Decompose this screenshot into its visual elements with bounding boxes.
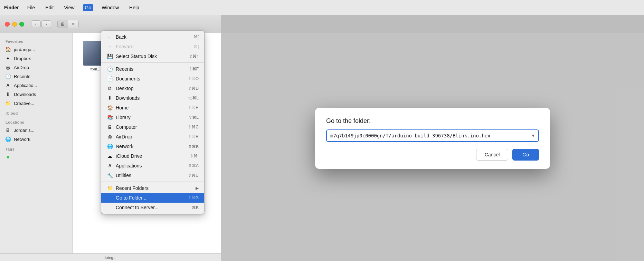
locations-header: Locations <box>0 117 72 126</box>
go-button[interactable]: Go <box>512 149 539 161</box>
menu-help[interactable]: Help <box>127 4 141 11</box>
sidebar-item-creative-label: Creative... <box>14 101 34 106</box>
startup-disk-shortcut: ⇧⌘↑ <box>189 54 199 59</box>
back-button[interactable]: ‹ <box>31 20 41 28</box>
sidebar-item-downloads[interactable]: ⬇ Downloads <box>1 90 71 99</box>
go-to-folder-shortcut: ⇧⌘G <box>188 195 199 200</box>
sidebar-item-airdrop[interactable]: ◎ AirDrop <box>1 63 71 72</box>
go-to-folder-label: Go to Folder... <box>116 195 185 201</box>
menu-computer[interactable]: 🖥 Computer ⇧⌘C <box>101 122 204 132</box>
sidebar-item-computer[interactable]: 🖥 Jordan's... <box>1 126 71 135</box>
menu-startup-disk[interactable]: 💾 Select Startup Disk ⇧⌘↑ <box>101 51 204 61</box>
close-button[interactable] <box>5 22 10 27</box>
recent-folders-icon: 📁 <box>107 185 113 191</box>
maximize-button[interactable] <box>19 22 24 27</box>
list-view-button[interactable]: ≡ <box>68 20 78 28</box>
menu-edit[interactable]: Edit <box>43 4 56 11</box>
startup-disk-icon: 💾 <box>107 53 113 59</box>
computer-menu-icon: 🖥 <box>107 124 113 130</box>
sidebar-item-applications-label: Applicatio... <box>14 83 37 88</box>
tag-green-icon: ● <box>5 154 11 160</box>
go-to-folder-dialog: Go to the folder: ▼ Cancel Go <box>315 108 550 169</box>
sidebar-item-network[interactable]: 🌐 Network <box>1 135 71 144</box>
menu-applications[interactable]: A Applications ⇧⌘A <box>101 161 204 171</box>
sidebar-item-airdrop-label: AirDrop <box>14 65 29 70</box>
downloads-icon: ⬇ <box>5 91 11 97</box>
menu-network[interactable]: 🌐 Network ⇧⌘K <box>101 142 204 151</box>
nav-buttons: ‹ › <box>31 20 51 28</box>
dialog-buttons: Cancel Go <box>326 149 539 161</box>
tags-header: Tags <box>0 144 72 153</box>
computer-label: Computer <box>116 124 185 130</box>
sidebar-item-network-label: Network <box>14 137 30 142</box>
icloud-drive-icon: ☁ <box>107 153 113 159</box>
menu-documents[interactable]: 📄 Documents ⇧⌘O <box>101 74 204 84</box>
back-menu-icon: ← <box>107 34 113 40</box>
sidebar-item-dropbox[interactable]: ✦ Dropbox <box>1 54 71 63</box>
downloads-menu-icon: ⬇ <box>107 95 113 101</box>
cancel-button[interactable]: Cancel <box>476 149 509 161</box>
icloud-header: iCloud <box>0 108 72 117</box>
library-label: Library <box>116 115 186 120</box>
sidebar-item-applications[interactable]: A Applicatio... <box>1 81 71 90</box>
menu-recents[interactable]: 🕐 Recents ⇧⌘F <box>101 64 204 74</box>
icloud-drive-shortcut: ⇧⌘I <box>190 154 199 158</box>
menu-desktop[interactable]: 🖥 Desktop ⇧⌘D <box>101 84 204 93</box>
forward-label: Forward <box>116 44 191 49</box>
menu-icloud-drive[interactable]: ☁ iCloud Drive ⇧⌘I <box>101 151 204 161</box>
sidebar-item-downloads-label: Downloads <box>14 92 36 97</box>
recent-folders-arrow: ▶ <box>196 186 199 191</box>
menu-library[interactable]: 📚 Library ⇧⌘L <box>101 113 204 122</box>
separator-1 <box>101 62 204 63</box>
right-panel: Go to the folder: ▼ Cancel Go <box>221 15 644 261</box>
menu-home[interactable]: 🏠 Home ⇧⌘H <box>101 103 204 113</box>
recents-shortcut: ⇧⌘F <box>189 67 199 71</box>
dialog-input-row: ▼ <box>326 129 539 142</box>
forward-button[interactable]: › <box>41 20 51 28</box>
icon-view-button[interactable]: ⊞ <box>58 20 68 28</box>
traffic-lights <box>5 22 24 27</box>
menu-go-to-folder[interactable]: Go to Folder... ⇧⌘G <box>101 193 204 203</box>
folder-path-input[interactable] <box>326 129 528 142</box>
applications-menu-icon: A <box>107 163 113 169</box>
minimize-button[interactable] <box>12 22 17 27</box>
menu-forward[interactable]: → Forward ⌘] <box>101 42 204 51</box>
network-shortcut: ⇧⌘K <box>188 144 199 149</box>
menu-connect-server[interactable]: Connect to Server... ⌘K <box>101 203 204 212</box>
computer-shortcut: ⇧⌘C <box>188 125 199 129</box>
menu-go[interactable]: Go <box>83 4 94 11</box>
creative-folder-icon: 📁 <box>5 100 11 106</box>
sidebar-item-creative[interactable]: 📁 Creative... <box>1 99 71 108</box>
computer-icon: 🖥 <box>5 127 11 133</box>
sidebar-item-home-label: jordango... <box>14 47 35 52</box>
go-to-folder-icon <box>107 195 113 201</box>
sidebar-item-dropbox-label: Dropbox <box>14 56 31 61</box>
menu-window[interactable]: Window <box>100 4 121 11</box>
menu-view[interactable]: View <box>62 4 76 11</box>
utilities-shortcut: ⇧⌘U <box>188 173 199 178</box>
documents-icon: 📄 <box>107 76 113 82</box>
recent-folders-label: Recent Folders <box>116 185 193 191</box>
menu-downloads[interactable]: ⬇ Downloads ⌥⌘L <box>101 93 204 103</box>
sidebar-item-home[interactable]: 🏠 jordango... <box>1 45 71 54</box>
utilities-label: Utilities <box>116 173 185 178</box>
forward-menu-icon: → <box>107 44 113 50</box>
path-dropdown-button[interactable]: ▼ <box>528 129 539 142</box>
airdrop-label: AirDrop <box>116 134 185 139</box>
applications-icon: A <box>5 82 11 88</box>
utilities-icon: 🔧 <box>107 172 113 178</box>
menu-airdrop[interactable]: ◎ AirDrop ⇧⌘R <box>101 132 204 142</box>
network-icon: 🌐 <box>5 136 11 142</box>
sidebar-item-tag-green[interactable]: ● <box>1 153 71 162</box>
menu-utilities[interactable]: 🔧 Utilities ⇧⌘U <box>101 171 204 180</box>
icloud-drive-label: iCloud Drive <box>116 153 187 159</box>
menubar: Finder File Edit View Go Window Help <box>0 0 644 15</box>
applications-label: Applications <box>116 163 186 168</box>
desktop-icon: 🖥 <box>107 85 113 91</box>
menu-recent-folders[interactable]: 📁 Recent Folders ▶ <box>101 183 204 193</box>
sidebar-item-recents[interactable]: 🕐 Recents <box>1 72 71 81</box>
home-label: Home <box>116 105 185 110</box>
menu-file[interactable]: File <box>25 4 37 11</box>
menu-back[interactable]: ← Back ⌘[ <box>101 32 204 42</box>
connect-server-label: Connect to Server... <box>116 205 189 210</box>
